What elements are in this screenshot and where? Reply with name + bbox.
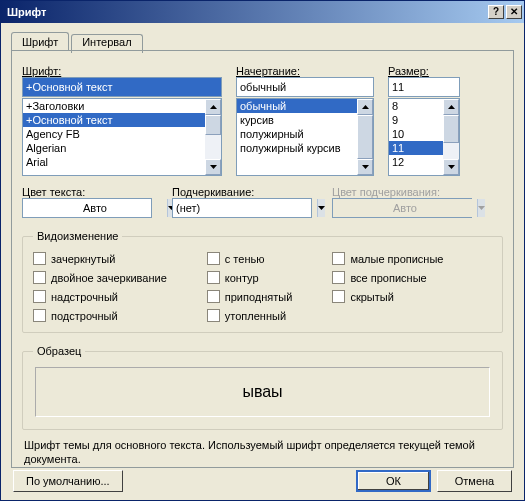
list-item[interactable]: +Основной текст xyxy=(23,113,205,127)
window-title: Шрифт xyxy=(7,6,486,18)
close-button[interactable]: ✕ xyxy=(506,5,522,19)
color-combo[interactable] xyxy=(22,198,152,218)
effects-group: Видоизменение зачеркнутый двойное зачерк… xyxy=(22,230,503,333)
font-input-field[interactable] xyxy=(23,78,221,96)
check-subscript[interactable]: подстрочный xyxy=(33,309,167,322)
underline-combo[interactable] xyxy=(172,198,312,218)
check-all-caps[interactable]: все прописные xyxy=(332,271,443,284)
scroll-up-icon[interactable] xyxy=(443,99,459,115)
ulcolor-combo xyxy=(332,198,472,218)
list-item[interactable]: Arial xyxy=(23,155,205,169)
check-emboss[interactable]: приподнятый xyxy=(207,290,293,303)
list-item[interactable]: 11 xyxy=(389,141,443,155)
scrollbar[interactable] xyxy=(205,99,221,175)
list-item[interactable]: полужирный xyxy=(237,127,357,141)
ulcolor-value xyxy=(333,199,477,217)
color-label: Цвет текста: xyxy=(22,186,152,198)
list-item[interactable]: обычный xyxy=(237,99,357,113)
check-double-strike[interactable]: двойное зачеркивание xyxy=(33,271,167,284)
scrollbar[interactable] xyxy=(443,99,459,175)
font-list[interactable]: +Заголовки +Основной текст Agency FB Alg… xyxy=(22,98,222,176)
sample-preview: ываы xyxy=(35,367,490,417)
font-input[interactable] xyxy=(22,77,222,97)
tab-font[interactable]: Шрифт xyxy=(11,32,69,51)
list-item[interactable]: Algerian xyxy=(23,141,205,155)
style-label: Начертание: xyxy=(236,65,374,77)
tab-strip: Шрифт Интервал xyxy=(11,32,514,51)
size-list[interactable]: 8 9 10 11 12 xyxy=(388,98,460,176)
style-list[interactable]: обычный курсив полужирный полужирный кур… xyxy=(236,98,374,176)
dialog-footer: По умолчанию... ОК Отмена xyxy=(1,470,524,492)
list-item[interactable]: курсив xyxy=(237,113,357,127)
chevron-down-icon[interactable] xyxy=(317,199,325,217)
scroll-down-icon[interactable] xyxy=(205,159,221,175)
scroll-up-icon[interactable] xyxy=(357,99,373,115)
underline-value[interactable] xyxy=(173,199,317,217)
list-item[interactable]: 10 xyxy=(389,127,443,141)
list-item[interactable]: +Заголовки xyxy=(23,99,205,113)
check-outline[interactable]: контур xyxy=(207,271,293,284)
effects-legend: Видоизменение xyxy=(33,230,122,242)
style-input[interactable] xyxy=(236,77,374,97)
scroll-up-icon[interactable] xyxy=(205,99,221,115)
size-input-field[interactable] xyxy=(389,78,525,96)
list-item[interactable]: полужирный курсив xyxy=(237,141,357,155)
hint-text: Шрифт темы для основного текста. Использ… xyxy=(24,438,501,466)
check-superscript[interactable]: надстрочный xyxy=(33,290,167,303)
sample-legend: Образец xyxy=(33,345,85,357)
underline-label: Подчеркивание: xyxy=(172,186,312,198)
font-dialog: Шрифт ? ✕ Шрифт Интервал Шрифт: +Заголов… xyxy=(0,0,525,501)
font-label: Шрифт: xyxy=(22,65,222,77)
scroll-down-icon[interactable] xyxy=(443,159,459,175)
titlebar[interactable]: Шрифт ? ✕ xyxy=(1,1,524,23)
check-engrave[interactable]: утопленный xyxy=(207,309,293,322)
list-item[interactable]: 12 xyxy=(389,155,443,169)
tab-panel: Шрифт: +Заголовки +Основной текст Agency… xyxy=(11,50,514,468)
check-strikethrough[interactable]: зачеркнутый xyxy=(33,252,167,265)
style-input-field[interactable] xyxy=(237,78,381,96)
ulcolor-label: Цвет подчеркивания: xyxy=(332,186,472,198)
check-shadow[interactable]: с тенью xyxy=(207,252,293,265)
help-button[interactable]: ? xyxy=(488,5,504,19)
check-hidden[interactable]: скрытый xyxy=(332,290,443,303)
check-small-caps[interactable]: малые прописные xyxy=(332,252,443,265)
sample-group: Образец ываы xyxy=(22,345,503,430)
scrollbar[interactable] xyxy=(357,99,373,175)
size-input[interactable] xyxy=(388,77,460,97)
chevron-down-icon xyxy=(477,199,485,217)
cancel-button[interactable]: Отмена xyxy=(437,470,512,492)
list-item[interactable]: Agency FB xyxy=(23,127,205,141)
default-button[interactable]: По умолчанию... xyxy=(13,470,123,492)
color-value[interactable] xyxy=(23,199,167,217)
ok-button[interactable]: ОК xyxy=(356,470,431,492)
list-item[interactable]: 9 xyxy=(389,113,443,127)
scroll-down-icon[interactable] xyxy=(357,159,373,175)
list-item[interactable]: 8 xyxy=(389,99,443,113)
size-label: Размер: xyxy=(388,65,460,77)
